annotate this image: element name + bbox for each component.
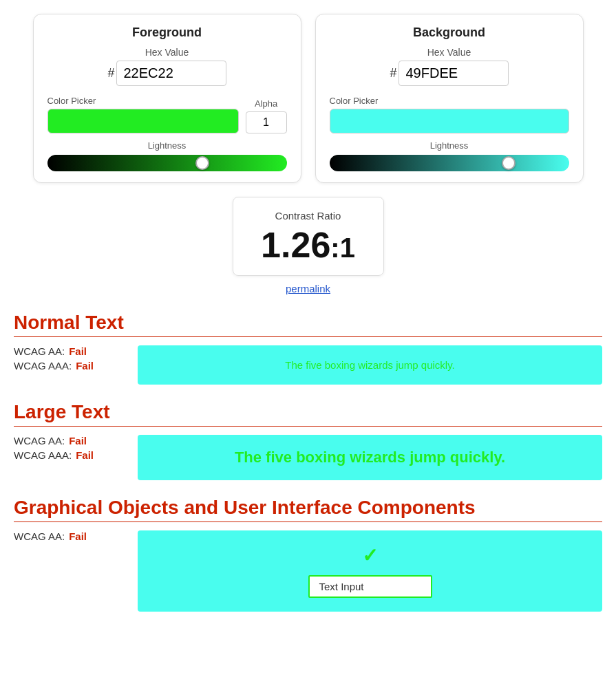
normal-text-section: Normal Text WCAG AA: Fail WCAG AAA: Fail… (14, 312, 602, 385)
graphical-content: WCAG AA: Fail ✓ Text Input (14, 530, 602, 612)
permalink-row: permalink (14, 283, 602, 295)
background-panel: Background Hex Value # Color Picker Ligh… (315, 14, 584, 183)
large-wcag-aa-result: Fail (69, 435, 87, 447)
large-text-title: Large Text (14, 401, 602, 427)
check-icon: ✓ (362, 544, 378, 567)
normal-wcag-aaa-row: WCAG AAA: Fail (14, 360, 124, 372)
contrast-suffix: :1 (330, 233, 355, 263)
foreground-title: Foreground (47, 25, 287, 40)
contrast-label: Contrast Ratio (247, 210, 370, 222)
graphical-section: Graphical Objects and User Interface Com… (14, 497, 602, 612)
normal-text-wcag-checks: WCAG AA: Fail WCAG AAA: Fail (14, 345, 124, 372)
foreground-lightness-thumb (195, 156, 209, 170)
large-wcag-aaa-result: Fail (76, 449, 94, 461)
background-hex-row: # (330, 61, 569, 86)
graphical-preview-area: ✓ Text Input (138, 530, 602, 612)
foreground-hex-input[interactable] (116, 61, 226, 86)
color-panels-container: Foreground Hex Value # Color Picker Alph… (14, 14, 602, 183)
large-text-content: WCAG AA: Fail WCAG AAA: Fail The five bo… (14, 435, 602, 480)
normal-wcag-aa-row: WCAG AA: Fail (14, 345, 124, 357)
contrast-box: Contrast Ratio 1.26:1 (233, 197, 384, 276)
foreground-hex-row: # (47, 61, 287, 86)
large-text-preview: The five boxing wizards jump quickly. (235, 449, 505, 466)
large-wcag-aa-row: WCAG AA: Fail (14, 435, 124, 447)
foreground-color-picker[interactable] (47, 109, 239, 133)
text-input-preview: Text Input (308, 575, 432, 598)
contrast-number: 1.26 (261, 225, 330, 265)
contrast-value: 1.26:1 (247, 227, 370, 263)
normal-text-title: Normal Text (14, 312, 602, 337)
graphical-wcag-checks: WCAG AA: Fail (14, 530, 124, 542)
foreground-picker-label: Color Picker (47, 96, 239, 106)
large-text-section: Large Text WCAG AA: Fail WCAG AAA: Fail … (14, 401, 602, 480)
normal-wcag-aa-result: Fail (69, 345, 87, 357)
background-title: Background (330, 25, 569, 40)
background-hex-input[interactable] (399, 61, 509, 86)
large-wcag-aaa-label: WCAG AAA: (14, 449, 72, 461)
foreground-hex-label: Hex Value (47, 47, 287, 58)
background-hex-label: Hex Value (330, 47, 569, 58)
background-lightness-thumb (502, 156, 516, 170)
graphical-title: Graphical Objects and User Interface Com… (14, 497, 602, 522)
graphical-wcag-aa-label: WCAG AA: (14, 530, 65, 542)
normal-wcag-aaa-result: Fail (76, 360, 94, 372)
background-color-picker[interactable] (330, 109, 569, 133)
foreground-alpha-label: Alpha (255, 98, 277, 109)
graphical-wcag-aa-result: Fail (69, 530, 87, 542)
graphical-wcag-aa-row: WCAG AA: Fail (14, 530, 124, 542)
background-lightness-label: Lightness (330, 140, 569, 151)
large-wcag-aaa-row: WCAG AAA: Fail (14, 449, 124, 461)
foreground-alpha-input[interactable] (246, 111, 287, 133)
large-text-wcag-checks: WCAG AA: Fail WCAG AAA: Fail (14, 435, 124, 461)
normal-text-preview-area: The five boxing wizards jump quickly. (138, 345, 602, 385)
normal-wcag-aa-label: WCAG AA: (14, 345, 65, 357)
background-hash: # (390, 66, 396, 80)
foreground-hash: # (107, 66, 114, 80)
normal-wcag-aaa-label: WCAG AAA: (14, 360, 72, 372)
background-lightness-slider[interactable] (330, 155, 569, 171)
normal-text-preview: The five boxing wizards jump quickly. (285, 359, 455, 371)
normal-text-content: WCAG AA: Fail WCAG AAA: Fail The five bo… (14, 345, 602, 385)
background-picker-label: Color Picker (330, 96, 569, 106)
foreground-lightness-slider[interactable] (47, 155, 287, 171)
large-wcag-aa-label: WCAG AA: (14, 435, 65, 447)
permalink-link[interactable]: permalink (286, 283, 330, 294)
foreground-lightness-label: Lightness (47, 140, 287, 151)
large-text-preview-area: The five boxing wizards jump quickly. (138, 435, 602, 480)
foreground-panel: Foreground Hex Value # Color Picker Alph… (33, 14, 301, 183)
